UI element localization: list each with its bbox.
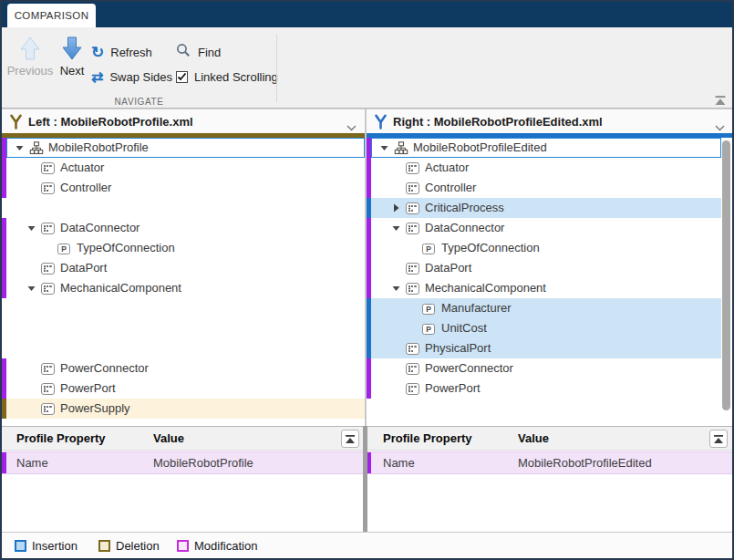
right-pane-header[interactable]: Right : MobileRobotProfileEdited.xml xyxy=(367,109,732,133)
right-diff-tree: MobileRobotProfileEditedActuatorControll… xyxy=(367,133,732,426)
tree-node-label: DataPort xyxy=(425,258,471,278)
expander-open-icon[interactable] xyxy=(15,138,24,158)
root-icon xyxy=(29,141,44,155)
tree-node-label: PowerConnector xyxy=(60,358,149,379)
swap-sides-label: Swap Sides xyxy=(109,70,172,84)
find-button[interactable]: Find xyxy=(176,43,221,61)
tree-row[interactable]: DataConnector xyxy=(367,218,721,238)
stereotype-icon xyxy=(406,362,419,376)
tree-node-label: MobileRobotProfile xyxy=(48,138,149,158)
toolbar-separator xyxy=(276,35,277,102)
diff-marker xyxy=(2,379,6,399)
tree-row[interactable]: PowerPort xyxy=(367,379,721,399)
property-value-cell: MobileRobotProfile xyxy=(153,452,253,473)
tree-node-label: MechanicalComponent xyxy=(425,278,546,298)
stereotype-icon xyxy=(406,282,419,296)
tab-comparison[interactable]: COMPARISON xyxy=(7,4,96,27)
swap-sides-button[interactable]: ⇄ Swap Sides xyxy=(91,67,172,86)
expander-open-icon[interactable] xyxy=(26,278,36,298)
insertion-swatch-icon xyxy=(15,540,26,552)
property-row[interactable]: Name MobileRobotProfileEdited xyxy=(367,451,732,474)
tree-row[interactable]: DataPort xyxy=(367,258,721,278)
tree-row[interactable]: PManufacturer xyxy=(367,298,721,318)
expander-open-icon[interactable] xyxy=(391,278,400,298)
previous-button[interactable]: Previous xyxy=(5,36,56,78)
stereotype-icon xyxy=(406,222,419,235)
tree-row[interactable]: DataPort xyxy=(2,258,365,278)
property-icon: P xyxy=(422,302,435,316)
collapse-pane-button[interactable] xyxy=(341,430,359,448)
tree-row[interactable]: Actuator xyxy=(2,158,365,178)
tree-row[interactable]: PTypeOfConnection xyxy=(2,238,365,258)
linked-scrolling-toggle[interactable]: Linked Scrolling xyxy=(176,67,278,86)
expander-open-icon[interactable] xyxy=(391,218,400,238)
stereotype-icon xyxy=(406,181,419,195)
next-button[interactable]: Next xyxy=(51,36,93,78)
tree-row-blank xyxy=(2,298,365,318)
tree-row-blank xyxy=(2,338,365,358)
diff-legend: Insertion Deletion Modification xyxy=(2,532,732,558)
tree-row[interactable]: PowerPort xyxy=(2,379,365,399)
stereotype-icon xyxy=(406,382,419,396)
previous-label: Previous xyxy=(7,64,54,78)
search-icon xyxy=(176,43,191,62)
refresh-icon: ↻ xyxy=(91,45,104,60)
left-pane-title: Left : MobileRobotProfile.xml xyxy=(28,109,193,134)
legend-label: Modification xyxy=(194,539,257,553)
expander-open-icon[interactable] xyxy=(26,218,36,238)
tree-row[interactable]: MobileRobotProfileEdited xyxy=(367,138,721,158)
diff-marker xyxy=(2,358,6,379)
tree-row[interactable]: MobileRobotProfile xyxy=(2,138,365,158)
left-pane-header[interactable]: Left : MobileRobotProfile.xml xyxy=(2,109,365,133)
column-header-property: Profile Property xyxy=(16,427,106,450)
tree-node-label: PowerPort xyxy=(60,379,116,399)
diff-marker xyxy=(367,158,371,178)
tree-row[interactable]: Actuator xyxy=(367,158,721,178)
tree-row[interactable]: Controller xyxy=(367,178,721,198)
diff-marker xyxy=(367,218,371,238)
collapse-ribbon-button[interactable] xyxy=(714,93,729,105)
tree-node-label: Manufacturer xyxy=(441,298,512,318)
diff-marker xyxy=(367,379,371,399)
stereotype-icon xyxy=(41,382,55,396)
tree-row[interactable]: PUnitCost xyxy=(367,318,721,338)
legend-item-deletion: Deletion xyxy=(98,539,160,553)
tree-row[interactable]: Controller xyxy=(2,178,365,198)
legend-item-insertion: Insertion xyxy=(15,539,78,553)
property-name-cell: Name xyxy=(383,452,415,473)
stereotype-icon xyxy=(41,282,55,296)
root-icon xyxy=(394,141,408,155)
stereotype-icon xyxy=(41,262,55,275)
property-row[interactable]: Name MobileRobotProfile xyxy=(2,451,365,474)
tree-row[interactable]: CriticalProcess xyxy=(367,198,721,218)
tree-row[interactable]: PTypeOfConnection xyxy=(367,238,721,258)
tree-row[interactable]: MechanicalComponent xyxy=(367,278,721,298)
legend-item-modification: Modification xyxy=(177,539,257,553)
diff-marker xyxy=(2,278,6,298)
scrollbar-thumb[interactable] xyxy=(722,140,730,410)
expander-open-icon[interactable] xyxy=(379,138,388,158)
diff-marker xyxy=(367,238,371,258)
tree-row[interactable]: PowerConnector xyxy=(367,358,721,379)
tree-row[interactable]: PowerConnector xyxy=(2,358,365,379)
navigate-toolbar: Previous Next ↻ Refresh ⇄ Swap Sides Fin… xyxy=(2,27,732,109)
tree-row[interactable]: MechanicalComponent xyxy=(2,278,365,298)
collapse-pane-button[interactable] xyxy=(709,430,728,448)
tree-row[interactable]: DataConnector xyxy=(2,218,365,238)
refresh-button[interactable]: ↻ Refresh xyxy=(91,43,152,61)
navigate-section-label: NAVIGATE xyxy=(2,97,276,107)
tree-node-label: TypeOfConnection xyxy=(441,238,540,258)
diff-marker xyxy=(367,258,371,278)
linked-scrolling-checkbox[interactable] xyxy=(176,71,188,83)
next-arrow-icon xyxy=(51,36,93,62)
diff-marker xyxy=(2,238,6,258)
property-icon: P xyxy=(422,242,435,255)
deletion-swatch-icon xyxy=(98,540,110,552)
tree-node-label: DataConnector xyxy=(60,218,140,238)
table-header-row: Profile Property Value xyxy=(367,427,732,451)
tree-row[interactable]: PhysicalPort xyxy=(367,338,721,358)
table-divider xyxy=(363,426,367,532)
expander-closed-icon[interactable] xyxy=(391,198,400,218)
tree-node-label: MechanicalComponent xyxy=(60,278,181,298)
tree-row[interactable]: PowerSupply xyxy=(2,399,365,419)
